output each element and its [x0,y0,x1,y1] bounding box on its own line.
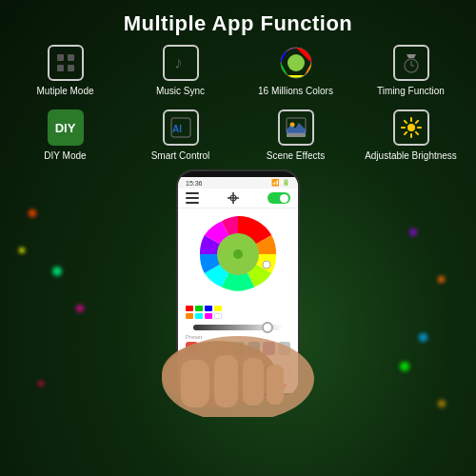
feature-music-sync: ♪ Music Sync [125,44,236,97]
features-row-2: DIY DIY Mode AI Smart Control [0,101,476,166]
svg-rect-39 [267,365,284,405]
svg-rect-2 [57,65,64,71]
page-title: Multiple App Function [0,0,476,36]
diy-mode-icon: DIY [47,109,85,147]
music-sync-icon: ♪ [162,44,200,82]
svg-line-23 [404,132,406,134]
phone-container: 15:36 📶 🔋 [0,166,476,417]
feature-smart-control: AI Smart Control [125,109,236,162]
svg-line-22 [415,121,417,123]
16m-colors-label: 16 Millions Colors [258,86,333,97]
svg-rect-26 [186,202,199,204]
scene-effects-label: Scene Effects [267,150,326,162]
app-header [178,188,298,208]
power-toggle[interactable] [268,192,290,204]
status-bar: 15:36 📶 🔋 [178,177,298,188]
timing-icon [392,44,430,82]
feature-16m-colors: 16 Millions Colors [240,44,351,97]
svg-text:AI: AI [172,124,182,134]
smart-control-icon: AI [162,109,200,147]
svg-point-15 [407,124,415,131]
svg-rect-25 [186,197,199,199]
brightness-icon [392,109,430,147]
music-sync-label: Music Sync [156,86,205,97]
svg-rect-1 [68,54,74,61]
brightness-label: Adjustable Brightness [365,150,457,162]
smart-control-label: Smart Control [151,150,210,162]
svg-rect-0 [57,54,64,61]
svg-line-20 [404,121,406,123]
svg-rect-3 [68,65,74,71]
multiple-mode-label: Mutiple Mode [36,86,93,97]
16m-colors-icon [277,44,315,82]
svg-rect-24 [186,192,199,194]
feature-multiple-mode: Mutiple Mode [10,44,121,97]
features-row-1: Mutiple Mode ♪ Music Sync [0,36,476,101]
timing-label: Timing Function [377,86,445,97]
scene-effects-icon [277,109,315,147]
hand-image [133,246,343,417]
diy-mode-label: DIY Mode [44,150,86,162]
svg-rect-36 [181,360,209,407]
svg-rect-13 [287,133,306,137]
multiple-mode-icon [47,44,85,82]
feature-brightness: Adjustable Brightness [355,109,466,162]
svg-rect-38 [243,358,264,406]
svg-point-6 [288,54,305,71]
feature-scene-effects: Scene Effects [240,109,351,162]
svg-text:♪: ♪ [174,53,183,72]
svg-line-21 [415,132,417,134]
status-icons: 📶 🔋 [271,179,290,187]
feature-timing: Timing Function [355,44,466,97]
page-content: Multiple App Function Mutiple Mode [0,0,476,476]
feature-diy-mode: DIY DIY Mode [10,109,121,162]
status-time: 15:36 [186,180,203,187]
svg-rect-37 [214,355,238,407]
phone-hand: 15:36 📶 🔋 [143,169,333,417]
